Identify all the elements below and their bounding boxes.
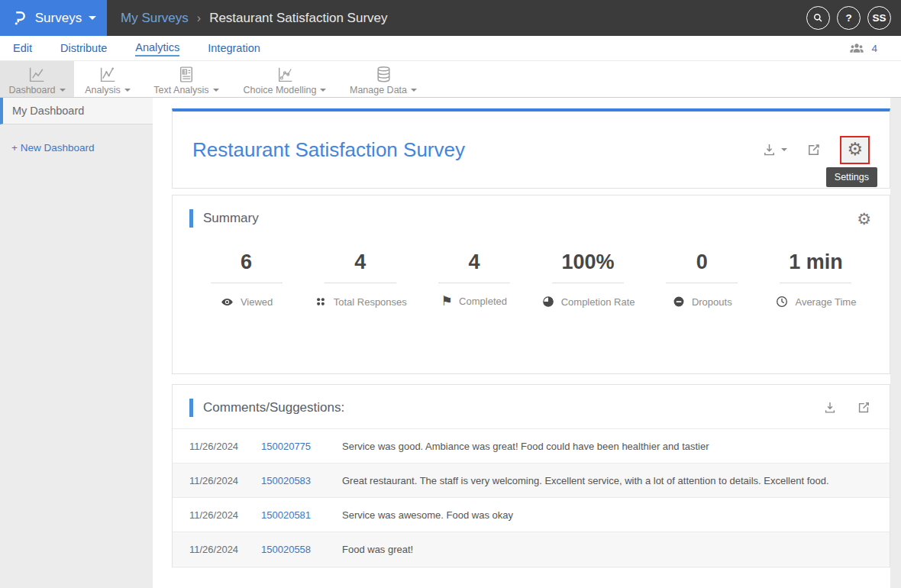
dots-grid-icon — [314, 295, 328, 309]
stat-divider — [780, 283, 851, 283]
stat-value: 4 — [468, 250, 480, 274]
stat-label: Viewed — [241, 296, 273, 308]
response-id-link[interactable]: 150020583 — [261, 475, 330, 486]
comments-card: Comments/Suggestions: 11/26/2024 1500207… — [172, 384, 890, 567]
sidebar-item-my-dashboard[interactable]: My Dashboard — [0, 98, 153, 124]
eye-icon — [220, 295, 234, 309]
top-bar: Surveys My Surveys › Restaurant Satisfac… — [0, 0, 901, 36]
response-id-link[interactable]: 150020558 — [261, 544, 330, 555]
toolbar-label-manage-data: Manage Data — [350, 85, 407, 95]
new-dashboard-button[interactable]: + New Dashboard — [11, 142, 153, 153]
stat-completed: 4 ⚑Completed — [417, 250, 531, 309]
comments-download-button[interactable] — [822, 400, 838, 415]
stat-label: Total Responses — [334, 296, 407, 308]
share-icon — [856, 400, 871, 415]
breadcrumb-separator: › — [197, 11, 201, 25]
stat-viewed: 6 Viewed — [189, 250, 303, 309]
toolbar-label-text-analysis: Text Analysis — [153, 85, 208, 95]
comments-header: Comments/Suggestions: — [173, 385, 890, 417]
toolbar-item-manage-data[interactable]: Manage Data — [338, 61, 428, 97]
collaborators-count: 4 — [871, 43, 877, 54]
collaborators[interactable]: 4 — [848, 40, 877, 57]
minus-circle-icon — [672, 295, 686, 309]
stat-value: 0 — [696, 250, 708, 274]
topbar-actions: ? SS — [806, 6, 891, 30]
summary-heading: Summary — [203, 211, 259, 226]
avatar[interactable]: SS — [867, 6, 891, 30]
section-accent-bar — [189, 399, 193, 417]
stat-divider — [325, 283, 396, 283]
section-accent-bar — [189, 209, 193, 228]
comments-share-button[interactable] — [856, 400, 871, 415]
database-icon — [374, 65, 393, 84]
tab-integration[interactable]: Integration — [208, 40, 260, 56]
stat-divider — [552, 283, 624, 283]
summary-header: Summary ⚙ — [173, 195, 890, 228]
product-switcher[interactable]: Surveys — [0, 0, 107, 36]
search-button[interactable] — [806, 6, 830, 30]
stat-divider — [666, 283, 738, 283]
response-id-link[interactable]: 150020775 — [261, 441, 330, 452]
settings-button-annotated[interactable]: ⚙ Settings — [840, 136, 870, 164]
breadcrumb-my-surveys[interactable]: My Surveys — [121, 11, 189, 26]
comment-text: Service was awesome. Food was okay — [342, 509, 513, 521]
stat-dropouts: 0 Dropouts — [645, 250, 759, 309]
summary-settings-gear-icon[interactable]: ⚙ — [857, 211, 871, 227]
questionpro-logo-icon — [11, 9, 28, 27]
chevron-down-icon — [320, 89, 326, 92]
toolbar-item-dashboard[interactable]: Dashboard — [0, 61, 74, 97]
toolbar-label-choice-modelling: Choice Modelling — [244, 85, 317, 95]
breadcrumb-current-survey: Restaurant Satisfaction Survey — [209, 11, 387, 26]
team-icon — [848, 40, 865, 57]
stat-completion-rate: 100% Completion Rate — [531, 250, 645, 309]
trend-chart-icon — [98, 65, 118, 84]
response-date: 11/26/2024 — [189, 544, 250, 555]
tab-edit[interactable]: Edit — [13, 40, 32, 56]
tab-analytics[interactable]: Analytics — [135, 40, 179, 57]
table-row: 11/26/2024 150020558 Food was great! — [173, 531, 890, 566]
share-icon — [806, 142, 822, 158]
comment-text: Food was great! — [342, 544, 413, 555]
tab-distribute[interactable]: Distribute — [60, 40, 107, 56]
analytics-toolbar: Dashboard Analysis Text Analysis Choice … — [0, 61, 901, 98]
toolbar-item-analysis[interactable]: Analysis — [74, 61, 141, 97]
search-icon — [811, 11, 825, 25]
stat-average-time: 1 min Average Time — [759, 250, 873, 309]
share-button[interactable] — [806, 142, 822, 158]
download-button[interactable] — [761, 142, 787, 158]
response-id-link[interactable]: 150020581 — [261, 509, 330, 521]
stat-label: Average Time — [795, 296, 856, 308]
chevron-down-icon — [60, 89, 66, 92]
response-date: 11/26/2024 — [189, 475, 250, 486]
scatter-chart-icon — [276, 65, 295, 84]
help-button[interactable]: ? — [837, 6, 861, 30]
dashboard-content: Restaurant Satisfaction Survey ⚙ Setting… — [153, 98, 901, 588]
toolbar-item-text-analysis[interactable]: Text Analysis — [141, 61, 231, 97]
chevron-down-icon — [213, 89, 219, 92]
survey-title-card: Restaurant Satisfaction Survey ⚙ Setting… — [172, 108, 890, 189]
toolbar-label-dashboard: Dashboard — [8, 85, 55, 95]
stat-label: Completion Rate — [561, 296, 635, 308]
stat-value: 100% — [562, 250, 615, 274]
document-grid-icon — [177, 65, 196, 84]
stat-label: Completed — [459, 296, 507, 307]
settings-tooltip: Settings — [826, 167, 877, 187]
response-date: 11/26/2024 — [189, 441, 250, 452]
response-date: 11/26/2024 — [189, 509, 250, 521]
comments-heading: Comments/Suggestions: — [203, 400, 344, 415]
gear-icon[interactable]: ⚙ — [847, 139, 863, 159]
stat-divider — [438, 283, 510, 283]
stat-value: 6 — [241, 250, 252, 274]
table-row: 11/26/2024 150020775 Service was good. A… — [173, 428, 890, 463]
page-title: Restaurant Satisfaction Survey — [192, 138, 465, 162]
download-icon — [822, 400, 838, 415]
title-actions: ⚙ Settings — [761, 136, 870, 164]
toolbar-label-analysis: Analysis — [85, 85, 121, 95]
flag-icon: ⚑ — [441, 295, 453, 308]
comment-text: Service was good. Ambiance was great! Fo… — [342, 441, 709, 452]
summary-card: Summary ⚙ 6 Viewed 4 Total Responses 4 — [172, 195, 890, 374]
summary-stats: 6 Viewed 4 Total Responses 4 ⚑Completed … — [173, 250, 890, 309]
toolbar-item-choice-modelling[interactable]: Choice Modelling — [231, 61, 338, 97]
download-icon — [761, 142, 777, 158]
comment-text: Great restaurant. The staff is very welc… — [342, 475, 829, 486]
